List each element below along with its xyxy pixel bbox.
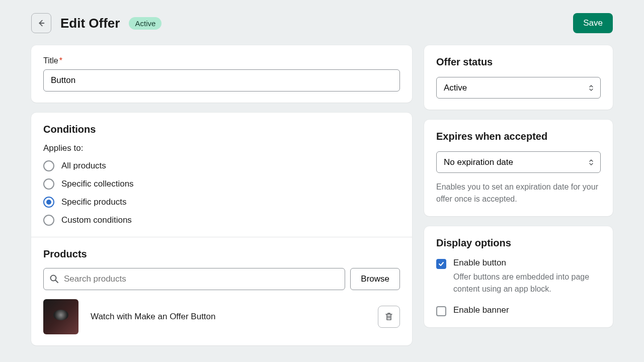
expires-heading: Expires when accepted: [436, 131, 601, 142]
product-search-input[interactable]: [43, 268, 345, 290]
back-button[interactable]: [31, 13, 51, 33]
expires-select[interactable]: No expiration date: [436, 151, 601, 173]
radio-label: Custom conditions: [61, 215, 132, 225]
products-heading: Products: [43, 248, 400, 260]
search-icon: [49, 274, 59, 284]
display-options-heading: Display options: [436, 237, 601, 249]
title-label: Title*: [43, 56, 400, 65]
svg-line-2: [56, 281, 58, 283]
top-bar: Edit Offer Active Save: [31, 13, 613, 33]
radio-label: Specific products: [61, 197, 126, 207]
enable-button-checkbox[interactable]: [436, 259, 446, 269]
title-input[interactable]: [43, 69, 400, 92]
check-icon: [438, 261, 444, 267]
arrow-left-icon: [37, 19, 46, 28]
browse-button[interactable]: Browse: [350, 268, 400, 290]
offer-status-select[interactable]: Active: [436, 77, 601, 99]
remove-product-button[interactable]: [378, 306, 400, 328]
expires-help-text: Enables you to set an expiration date fo…: [436, 181, 601, 205]
expires-card: Expires when accepted No expiration date…: [424, 120, 613, 216]
radio-input[interactable]: [43, 160, 54, 171]
conditions-card: Conditions Applies to: All productsSpeci…: [31, 113, 412, 345]
enable-button-label: Enable button: [453, 258, 601, 268]
save-button[interactable]: Save: [573, 13, 613, 33]
status-badge: Active: [129, 17, 162, 30]
radio-input[interactable]: [43, 178, 54, 190]
radio-option[interactable]: Specific products: [43, 197, 400, 208]
product-thumbnail: [43, 299, 78, 334]
radio-label: All products: [61, 161, 106, 171]
conditions-heading: Conditions: [43, 124, 400, 135]
offer-status-card: Offer status Active: [424, 45, 613, 110]
offer-status-heading: Offer status: [436, 56, 601, 68]
applies-to-label: Applies to:: [43, 143, 400, 153]
radio-option[interactable]: Specific collections: [43, 178, 400, 190]
trash-icon: [384, 312, 394, 322]
radio-label: Specific collections: [61, 179, 134, 189]
display-options-card: Display options Enable button Offer butt…: [424, 226, 613, 327]
radio-option[interactable]: All products: [43, 160, 400, 171]
enable-banner-label: Enable banner: [453, 305, 601, 315]
title-card: Title*: [31, 45, 412, 103]
radio-option[interactable]: Custom conditions: [43, 215, 400, 226]
page-title: Edit Offer: [60, 16, 120, 31]
enable-button-desc: Offer buttons are embedded into page con…: [453, 271, 601, 295]
radio-input[interactable]: [43, 197, 54, 208]
product-name: Watch with Make an Offer Button: [91, 312, 366, 322]
product-row: Watch with Make an Offer Button: [43, 299, 400, 334]
radio-input[interactable]: [43, 215, 54, 226]
enable-banner-checkbox[interactable]: [436, 306, 446, 316]
